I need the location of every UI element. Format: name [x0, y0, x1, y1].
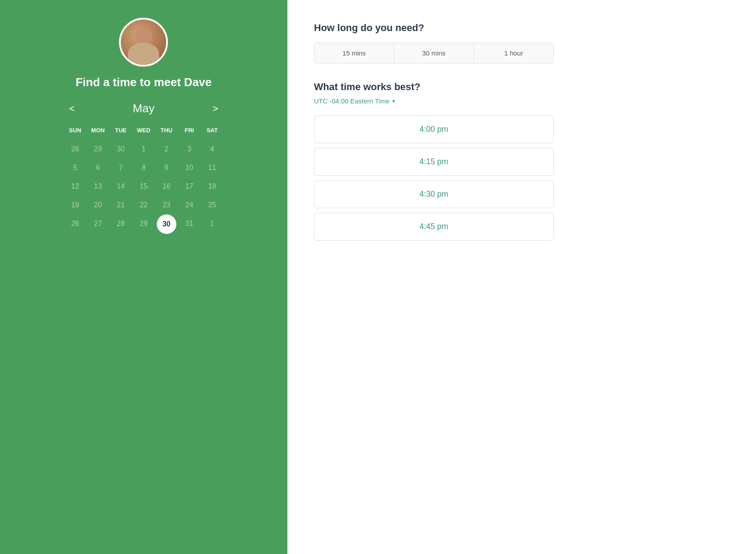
time-slots: 4:00 pm4:15 pm4:30 pm4:45 pm [314, 115, 554, 241]
current-month-day[interactable]: 26 [64, 214, 86, 234]
current-month-day[interactable]: 31 [178, 214, 201, 234]
time-title: What time works best? [314, 81, 729, 93]
current-month-day[interactable]: 13 [87, 177, 109, 196]
current-month-day[interactable]: 8 [132, 158, 155, 177]
calendar-month: May [133, 102, 155, 115]
duration-title: How long do you need? [314, 22, 729, 34]
current-month-day[interactable]: 1 [132, 140, 155, 158]
current-month-day[interactable]: 7 [109, 158, 132, 177]
prev-month-button[interactable]: < [64, 101, 80, 116]
chevron-down-icon: ▾ [392, 98, 395, 104]
meet-title: Find a time to meet Dave [76, 75, 211, 89]
calendar: < May > SUNMONTUEWEDTHUFRISAT 2829301234… [64, 102, 223, 234]
duration-option[interactable]: 1 hour [474, 43, 553, 63]
weekday-label: SAT [201, 124, 223, 136]
current-month-day[interactable]: 12 [64, 177, 86, 196]
time-slot[interactable]: 4:15 pm [314, 148, 554, 176]
current-month-day[interactable]: 3 [178, 140, 201, 158]
current-month-day[interactable]: 15 [132, 177, 155, 196]
current-month-day[interactable]: 28 [109, 214, 132, 234]
current-month-day[interactable]: 11 [201, 158, 223, 177]
timezone-label: UTC -04:00 Eastern Time [314, 97, 390, 105]
calendar-weekdays: SUNMONTUEWEDTHUFRISAT [64, 124, 223, 136]
duration-option[interactable]: 15 mins [314, 43, 394, 63]
current-month-day[interactable]: 5 [64, 158, 86, 177]
weekday-label: WED [132, 124, 155, 136]
calendar-days: 2829301234567891011121314151617181920212… [64, 140, 223, 234]
current-month-day[interactable]: 6 [87, 158, 109, 177]
current-month-day[interactable]: 9 [155, 158, 178, 177]
avatar [119, 18, 168, 67]
weekday-label: SUN [64, 124, 86, 136]
time-slot[interactable]: 4:30 pm [314, 180, 554, 208]
next-month-button[interactable]: > [207, 101, 224, 116]
current-month-day[interactable]: 25 [201, 196, 223, 214]
current-month-day[interactable]: 19 [64, 196, 86, 214]
weekday-label: MON [87, 124, 109, 136]
time-slot[interactable]: 4:45 pm [314, 213, 554, 241]
right-panel: How long do you need? 15 mins30 mins1 ho… [287, 0, 756, 554]
current-month-day[interactable]: 21 [109, 196, 132, 214]
calendar-header: < May > [64, 102, 223, 115]
current-month-day[interactable]: 18 [201, 177, 223, 196]
current-month-day[interactable]: 24 [178, 196, 201, 214]
current-month-day[interactable]: 4 [201, 140, 223, 158]
current-month-day[interactable]: 20 [87, 196, 109, 214]
weekday-label: FRI [178, 124, 201, 136]
current-month-day[interactable]: 14 [109, 177, 132, 196]
other-month-day[interactable]: 29 [87, 140, 109, 158]
other-month-day[interactable]: 1 [201, 214, 223, 234]
current-month-day[interactable]: 10 [178, 158, 201, 177]
other-month-day[interactable]: 28 [64, 140, 86, 158]
duration-option[interactable]: 30 mins [394, 43, 474, 63]
calendar-grid: SUNMONTUEWEDTHUFRISAT 282930123456789101… [64, 124, 223, 234]
current-month-day[interactable]: 23 [155, 196, 178, 214]
timezone-selector[interactable]: UTC -04:00 Eastern Time ▾ [314, 97, 395, 105]
current-month-day[interactable]: 16 [155, 177, 178, 196]
left-panel: Find a time to meet Dave < May > SUNMONT… [0, 0, 287, 554]
weekday-label: THU [155, 124, 178, 136]
weekday-label: TUE [109, 124, 132, 136]
current-month-day[interactable]: 29 [132, 214, 155, 234]
current-month-day[interactable]: 17 [178, 177, 201, 196]
duration-selector: 15 mins30 mins1 hour [314, 43, 554, 63]
selected-day[interactable]: 30 [157, 214, 176, 234]
avatar-image [121, 20, 166, 65]
current-month-day[interactable]: 27 [87, 214, 109, 234]
other-month-day[interactable]: 30 [109, 140, 132, 158]
time-slot[interactable]: 4:00 pm [314, 115, 554, 143]
current-month-day[interactable]: 2 [155, 140, 178, 158]
current-month-day[interactable]: 22 [132, 196, 155, 214]
